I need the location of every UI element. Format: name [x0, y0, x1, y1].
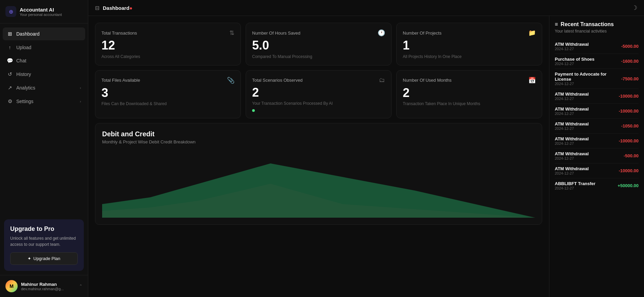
- stat-card-desc-hours-saved: Compared To Manual Processing: [252, 54, 385, 59]
- transaction-name: ATM Withdrawal: [555, 92, 589, 97]
- transaction-left: ATM Withdrawal 2024-12-27: [555, 121, 589, 131]
- transaction-left: Payment to Advocate for License 2024-12-…: [555, 72, 621, 86]
- panel-title: ≡ Recent Transactions: [555, 21, 639, 27]
- transaction-amount: -7500.00: [621, 76, 639, 81]
- sidebar-item-dashboard[interactable]: ⊞ Dashboard: [3, 27, 85, 40]
- stat-card-desc-num-projects: All Projects History In One Place: [403, 54, 536, 59]
- transaction-item: ATM Withdrawal 2024-12-27 -10000.00: [555, 134, 639, 148]
- nav-label-history: History: [16, 72, 31, 77]
- sidebar-item-history[interactable]: ↺ History: [3, 68, 85, 81]
- topbar-layout-icon: ⊟: [95, 5, 99, 11]
- transaction-left: ATM Withdrawal 2024-12-27: [555, 92, 589, 101]
- stat-card-icon-num-projects: 📁: [528, 29, 536, 37]
- transaction-left: ATM Withdrawal 2024-12-27: [555, 136, 589, 145]
- stat-card-total-transactions: Total Transactions ⇅ 12 Across All Categ…: [95, 23, 241, 65]
- transaction-item: ATM Withdrawal 2024-12-27 -5000.00: [555, 39, 639, 54]
- chart-section: Debit and Credit Monthly & Project Wise …: [95, 123, 542, 225]
- stat-card-icon-total-transactions: ⇅: [229, 29, 234, 37]
- transaction-item: ATM Withdrawal 2024-12-27 -10000.00: [555, 163, 639, 178]
- transaction-name: ATM Withdrawal: [555, 42, 589, 47]
- stat-card-title-used-months: Number Of Used Months: [403, 78, 452, 83]
- stat-card-value-hours-saved: 5.0: [252, 39, 385, 52]
- transaction-left: ATM Withdrawal 2024-12-27: [555, 166, 589, 175]
- stat-card-header-total-scenarios: Total Scenarios Observed 🗂: [252, 77, 385, 84]
- transaction-amount: -10000.00: [619, 94, 639, 99]
- upgrade-button[interactable]: ✦ Upgrade Plan: [10, 252, 78, 265]
- sidebar-user[interactable]: M Mahinur Rahman dev.mahinur.rahman@g...…: [0, 275, 88, 297]
- nav-label-upload: Upload: [16, 45, 31, 50]
- stat-card-value-total-files: 3: [101, 86, 234, 100]
- transaction-amount: -10000.00: [619, 138, 639, 143]
- topbar: ⊟ Dashboard● ☽: [88, 0, 644, 16]
- stat-card-value-total-scenarios: 2: [252, 86, 385, 99]
- panel-subtitle: Your latest financial activities: [555, 29, 639, 34]
- stats-grid-row1: Total Transactions ⇅ 12 Across All Categ…: [95, 23, 542, 65]
- transaction-amount: -10000.00: [619, 108, 639, 114]
- stat-card-hours-saved: Number Of Hours Saved 🕐 5.0 Compared To …: [246, 23, 392, 65]
- stat-card-title-total-scenarios: Total Scenarios Observed: [252, 78, 303, 83]
- sidebar-item-settings[interactable]: ⚙ Settings ›: [3, 95, 85, 108]
- nav-icon-upload: ↑: [7, 44, 13, 50]
- transaction-amount: -1050.00: [621, 123, 639, 128]
- stat-card-total-files: Total Files Available 📎 3 Files Can Be D…: [95, 70, 241, 119]
- upgrade-btn-icon: ✦: [27, 256, 31, 261]
- transaction-date: 2024-12-27: [555, 112, 589, 116]
- right-panel: ≡ Recent Transactions Your latest financ…: [549, 16, 644, 297]
- stat-card-icon-total-scenarios: 🗂: [379, 77, 385, 84]
- stat-card-desc-total-scenarios: Your Transaction Scenarios Processed By …: [252, 101, 385, 106]
- transaction-name: ABBLIBFT Transfer: [555, 181, 595, 186]
- transaction-left: ATM Withdrawal 2024-12-27: [555, 151, 589, 160]
- sidebar-item-upload[interactable]: ↑ Upload: [3, 41, 85, 54]
- transaction-item: ATM Withdrawal 2024-12-27 -1050.00: [555, 119, 639, 134]
- transaction-date: 2024-12-27: [555, 82, 621, 86]
- stats-grid-row2: Total Files Available 📎 3 Files Can Be D…: [95, 70, 542, 119]
- nav-chevron-analytics: ›: [80, 86, 81, 90]
- app-subtitle: Your personal accountant: [20, 13, 62, 17]
- nav-label-chat: Chat: [16, 58, 26, 63]
- transaction-date: 2024-12-27: [555, 186, 595, 190]
- topbar-left: ⊟ Dashboard●: [95, 5, 132, 11]
- stat-card-desc-total-transactions: Across All Categories: [101, 54, 234, 59]
- nav-icon-history: ↺: [7, 71, 13, 77]
- transaction-name: ATM Withdrawal: [555, 121, 589, 126]
- transaction-item: ABBLIBFT Transfer 2024-12-27 +50000.00: [555, 178, 639, 193]
- app-title-group: Accountant AI Your personal accountant: [20, 7, 62, 17]
- transaction-left: ABBLIBFT Transfer 2024-12-27: [555, 181, 595, 190]
- topbar-title-text: Dashboard: [103, 5, 129, 11]
- stat-card-header-total-transactions: Total Transactions ⇅: [101, 29, 234, 37]
- transaction-amount: +50000.00: [618, 183, 639, 188]
- transaction-date: 2024-12-27: [555, 171, 589, 175]
- chart-title: Debit and Credit: [102, 130, 535, 138]
- stat-card-header-num-projects: Number Of Projects 📁: [403, 29, 536, 37]
- stat-card-value-used-months: 2: [403, 86, 536, 100]
- stat-card-icon-total-files: 📎: [227, 77, 234, 84]
- user-email: dev.mahinur.rahman@g...: [21, 287, 64, 291]
- stat-card-indicator-total-scenarios: [252, 109, 255, 112]
- transaction-item: ATM Withdrawal 2024-12-27 -500.00: [555, 148, 639, 163]
- sidebar-item-chat[interactable]: 💬 Chat: [3, 54, 85, 67]
- svg-marker-1: [102, 163, 535, 218]
- stat-card-title-total-transactions: Total Transactions: [101, 31, 137, 36]
- stat-card-value-total-transactions: 12: [101, 39, 234, 52]
- transactions-list: ATM Withdrawal 2024-12-27 -5000.00 Purch…: [555, 39, 639, 193]
- main-content: ⊟ Dashboard● ☽ Total Transactions ⇅ 12 A…: [88, 0, 644, 297]
- sidebar-item-analytics[interactable]: ↗ Analytics ›: [3, 81, 85, 94]
- stat-card-header-used-months: Number Of Used Months 📅: [403, 77, 536, 84]
- transaction-left: ATM Withdrawal 2024-12-27: [555, 106, 589, 116]
- transaction-item: Payment to Advocate for License 2024-12-…: [555, 69, 639, 89]
- dashboard-body: Total Transactions ⇅ 12 Across All Categ…: [88, 16, 644, 297]
- nav-icon-dashboard: ⊞: [7, 31, 13, 37]
- nav-icon-analytics: ↗: [7, 85, 13, 91]
- transaction-amount: -500.00: [624, 153, 639, 158]
- transaction-item: ATM Withdrawal 2024-12-27 -10000.00: [555, 104, 639, 119]
- dark-mode-icon[interactable]: ☽: [632, 4, 637, 11]
- chart-area: [102, 150, 535, 218]
- transaction-name: Payment to Advocate for License: [555, 72, 621, 82]
- stat-card-title-num-projects: Number Of Projects: [403, 31, 441, 36]
- transaction-name: ATM Withdrawal: [555, 151, 589, 156]
- topbar-dot: ●: [129, 5, 132, 11]
- nav-label-settings: Settings: [16, 99, 34, 104]
- nav-label-analytics: Analytics: [16, 85, 35, 91]
- user-avatar: M: [5, 280, 18, 292]
- sidebar-nav: ⊞ Dashboard ↑ Upload 💬 Chat ↺ History ↗ …: [0, 23, 88, 215]
